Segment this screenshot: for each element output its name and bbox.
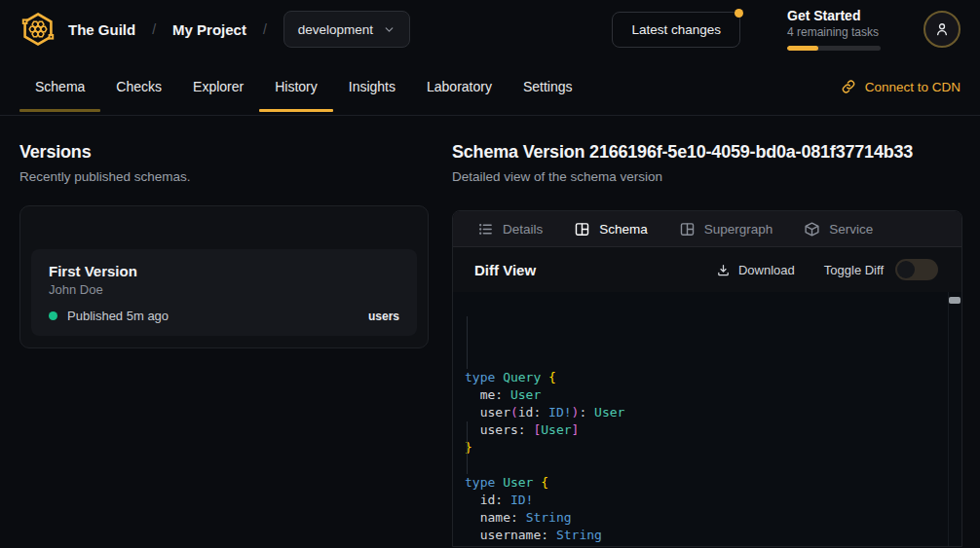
get-started-subtitle: 4 remaining tasks (787, 25, 881, 40)
hive-logo[interactable] (19, 11, 57, 48)
version-status-row: Published 5m ago users (49, 309, 399, 323)
breadcrumb-project[interactable]: My Project (172, 21, 246, 38)
code-line: id: ID! (465, 492, 942, 509)
diff-view-header: Diff View Download Toggle Diff (453, 247, 961, 292)
detail-tabstrip: Details Schema Supergraph (453, 211, 961, 247)
detail-tab-label: Details (503, 222, 543, 237)
code-line: type User { (465, 474, 942, 492)
chevron-down-icon (383, 23, 396, 36)
get-started-widget[interactable]: Get Started 4 remaining tasks (787, 8, 881, 51)
code-line: username: String (465, 527, 942, 544)
code-scrollbar-thumb[interactable] (949, 297, 961, 304)
indent-guide (467, 316, 468, 369)
toggle-diff-label: Toggle Diff (824, 263, 884, 277)
columns-icon (574, 221, 590, 237)
latest-changes-label: Latest changes (631, 22, 721, 37)
nav-tab-laboratory[interactable]: Laboratory (411, 58, 508, 115)
nav-tab-settings[interactable]: Settings (508, 58, 588, 115)
toggle-diff-switch[interactable] (895, 259, 938, 280)
version-list-item[interactable]: First Version John Doe Published 5m ago … (31, 249, 417, 336)
environment-select[interactable]: development (283, 11, 410, 48)
target-nav: Schema Checks Explorer History Insights … (0, 58, 980, 116)
detail-tab-details[interactable]: Details (477, 221, 543, 237)
toggle-diff-knob (897, 261, 915, 278)
nav-tab-checks[interactable]: Checks (100, 58, 177, 115)
app-window: The Guild / My Project / development Lat… (0, 0, 980, 548)
breadcrumb-separator: / (263, 21, 267, 37)
schema-code-viewer[interactable]: type Query { me: User user(id: ID!): Use… (453, 292, 961, 546)
latest-changes-button[interactable]: Latest changes (612, 12, 740, 48)
list-icon (477, 221, 494, 237)
detail-tab-schema[interactable]: Schema (574, 221, 648, 237)
user-avatar-icon (933, 20, 951, 38)
breadcrumb-org[interactable]: The Guild (68, 21, 135, 38)
published-status-dot (49, 311, 57, 320)
code-line: type Query { (465, 369, 942, 386)
breadcrumb-separator: / (152, 21, 156, 37)
environment-select-value: development (298, 22, 373, 37)
detail-tab-label: Schema (599, 222, 648, 237)
detail-tab-label: Supergraph (704, 222, 773, 237)
cube-icon (804, 221, 820, 237)
get-started-progress-bar (787, 46, 881, 51)
code-scrollbar-track (948, 292, 949, 546)
get-started-title: Get Started (787, 8, 881, 24)
download-label: Download (738, 263, 795, 277)
schema-version-subtitle: Detailed view of the schema version (452, 168, 962, 185)
versions-subtitle: Recently published schemas. (19, 168, 429, 185)
main-content: Versions Recently published schemas. Fir… (0, 116, 980, 547)
code-line: } (465, 439, 942, 457)
detail-tab-service[interactable]: Service (804, 221, 873, 237)
detail-tab-supergraph[interactable]: Supergraph (679, 221, 773, 237)
nav-tab-history[interactable]: History (259, 58, 333, 115)
columns-icon (679, 221, 696, 237)
notification-dot (735, 9, 743, 18)
nav-tab-explorer[interactable]: Explorer (177, 58, 259, 115)
code-block: type Query { me: User user(id: ID!): Use… (465, 369, 942, 546)
nav-spacer (588, 58, 841, 115)
schema-version-panel: Details Schema Supergraph (452, 210, 962, 547)
code-line: name: String (465, 509, 942, 527)
diff-view-title: Diff View (474, 262, 536, 278)
schema-version-title: Schema Version 2166196f-5e10-4059-bd0a-0… (452, 142, 962, 162)
code-line: me: User (465, 386, 942, 404)
nav-tab-schema[interactable]: Schema (19, 58, 100, 115)
version-status-text: Published 5m ago (67, 309, 169, 323)
link-icon (841, 79, 856, 94)
code-line: } (465, 544, 942, 546)
breadcrumb: The Guild / My Project / development (68, 11, 410, 48)
code-line (465, 457, 942, 474)
versions-section: Versions Recently published schemas. Fir… (19, 142, 429, 348)
versions-title: Versions (19, 142, 429, 162)
version-name: First Version (49, 262, 399, 280)
top-header: The Guild / My Project / development Lat… (0, 0, 980, 58)
version-author: John Doe (49, 281, 399, 298)
nav-tab-insights[interactable]: Insights (333, 58, 411, 115)
download-icon (716, 263, 731, 277)
connect-to-cdn-label: Connect to CDN (865, 80, 961, 94)
detail-tab-label: Service (829, 222, 873, 237)
download-button[interactable]: Download (716, 263, 795, 277)
version-service-badge: users (368, 310, 399, 323)
user-avatar-button[interactable] (923, 11, 961, 48)
code-line: users: [User] (465, 421, 942, 439)
indent-guide (467, 421, 468, 474)
schema-version-section: Schema Version 2166196f-5e10-4059-bd0a-0… (452, 142, 962, 547)
versions-card: First Version John Doe Published 5m ago … (19, 205, 429, 348)
code-line: user(id: ID!): User (465, 404, 942, 421)
connect-to-cdn-link[interactable]: Connect to CDN (841, 58, 961, 115)
get-started-progress-fill (787, 46, 818, 51)
